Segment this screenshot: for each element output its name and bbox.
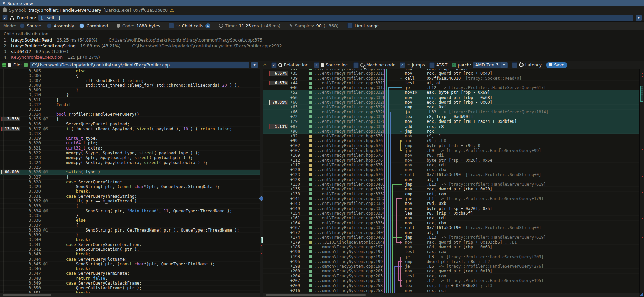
- asm-row[interactable]: +186...ommon\TracySystem.cpp:197movr8d, …: [263, 245, 639, 249]
- collapse-icon[interactable]: ▼: [3, 2, 5, 5]
- source-line[interactable]: 3,336 else: [0, 218, 260, 223]
- asm-source-loc[interactable]: ....31103\include\atomic:1048: [315, 240, 385, 245]
- file-path-select[interactable]: C:\Users\wolf\Desktop\darkrl\contrib\tra…: [30, 62, 249, 68]
- asm-source-loc[interactable]: ...ent\TracyProfiler.cpp:3401: [315, 177, 385, 182]
- asm-row[interactable]: +143...ent\TracyProfiler.cpp:3334movr9d,…: [263, 201, 639, 206]
- source-line[interactable]: 3,347 case ServerQueryTerminate:: [0, 271, 260, 276]
- source-line[interactable]: 3,329 SendString( ptr, (const char*)ptr,…: [0, 184, 260, 189]
- function-select[interactable]: [ - self - ]: [38, 15, 633, 21]
- asm-source-loc[interactable]: ...ommon\TracySystem.cpp:199: [315, 264, 385, 269]
- asm-source-loc[interactable]: ...ent\TracyProfiler.hpp:676: [315, 153, 385, 158]
- relative-loc-checkbox[interactable]: ✓: [271, 62, 277, 68]
- asm-source-loc[interactable]: ...ent\TracyProfiler.cpp:3326: [315, 95, 385, 100]
- radio-combined-label[interactable]: Combined: [86, 23, 108, 28]
- radio-source[interactable]: [20, 23, 25, 28]
- latency-checkbox[interactable]: [512, 62, 517, 68]
- asm-row[interactable]: +79...ent\TracyProfiler.cpp:3326movecx, …: [263, 119, 639, 124]
- asm-row[interactable]: +172...ent\TracyProfiler.cpp:3401moval, …: [263, 230, 639, 235]
- att-toggle[interactable]: AT&T: [429, 62, 448, 68]
- asm-row[interactable]: +195...ommon\TracySystem.cpp:199cmpdword…: [263, 259, 639, 264]
- asm-row[interactable]: +107...ent\TracyProfiler.hpp:676jne.L0 -…: [263, 148, 639, 153]
- asm-source-loc[interactable]: ...ent\TracyProfiler.cpp:3334: [315, 221, 385, 225]
- child-calls-checkbox[interactable]: [169, 23, 174, 28]
- limit-range-checkbox[interactable]: [347, 23, 353, 28]
- child-call-row[interactable]: 1.tracy::Socket::Read25.25 ms (54.89%)C:…: [4, 37, 640, 43]
- radio-source-label[interactable]: Source: [27, 23, 41, 28]
- source-line[interactable]: 3,345@1 SendString( ptr, (const char*)pt…: [0, 262, 260, 266]
- child-call-row[interactable]: 2.tracy::Profiler::SendLongString19.88 m…: [4, 43, 640, 49]
- asm-source-loc[interactable]: ...ommon\TracySystem.cpp:203: [315, 278, 385, 283]
- radio-assembly[interactable]: [47, 23, 52, 28]
- asm-row[interactable]: +66...ent\TracyProfiler.cpp:3326ja.L33 -…: [263, 110, 639, 114]
- asm-source-loc[interactable]: ...ommon\TracySystem.cpp:197: [315, 245, 385, 249]
- source-line[interactable]: 3,343 break;: [0, 252, 260, 256]
- asm-row[interactable]: +193...ommon\TracySystem.cpp:197je.L3 ->…: [263, 254, 639, 259]
- source-hscroll-thumb[interactable]: [3, 294, 51, 296]
- source-line[interactable]: 3,318: [0, 131, 260, 136]
- source-line[interactable]: 3,316 ServerQueryPacket payload;: [0, 122, 260, 126]
- source-line[interactable]: 3,330 break;: [0, 189, 260, 194]
- asm-row[interactable]: +39...ent\TracyProfiler.cpp:3317call0x7f…: [263, 76, 639, 81]
- radio-combined[interactable]: [79, 23, 84, 28]
- asm-row[interactable]: +141...ent\TracyProfiler.cpp:3332jne.L1 …: [263, 196, 639, 201]
- asm-row[interactable]: +130...ent\TracyProfiler.cpp:3401jmp.L13…: [263, 182, 639, 187]
- source-line[interactable]: 3,324 memcpy( &extra, &payload.extra, si…: [0, 160, 260, 165]
- source-line[interactable]: 3,349 case ServerQueryCallstackFrame:: [0, 281, 260, 286]
- child-call-row[interactable]: 4.KeSynchronizeExecution125 μs (0.27%): [4, 54, 640, 60]
- source-vscroll-thumb[interactable]: [261, 237, 263, 243]
- child-calls-label[interactable]: Child calls: [182, 23, 204, 28]
- asm-row[interactable]: +198...ommon\TracySystem.cpp:199je.L6 ->…: [263, 264, 639, 269]
- source-line[interactable]: 3,305 else: [0, 69, 260, 73]
- source-line[interactable]: 3,344 case ServerQueryPlotName:: [0, 257, 260, 262]
- asm-source-loc[interactable]: ...ent\TracyProfiler.hpp:676: [315, 163, 385, 167]
- asm-source-loc[interactable]: ...ent\TracyProfiler.cpp:3332: [315, 187, 385, 191]
- asm-row[interactable]: +123...ent\TracyProfiler.hpp:676call0x7f…: [263, 172, 639, 177]
- source-line[interactable]: 13.33%3,317@5 if( !m_sock->Read( &payloa…: [0, 127, 260, 131]
- source-line[interactable]: 3,332@3 if( ptr == m_mainThread ): [0, 199, 260, 204]
- source-line[interactable]: 3,338@1 SendString( ptr, GetThreadName( …: [0, 228, 260, 233]
- source-line[interactable]: 3,323 memcpy( &ptr, &payload.ptr, sizeof…: [0, 155, 260, 160]
- asm-source-loc[interactable]: ...ent\TracyProfiler.cpp:3317: [315, 71, 385, 76]
- radio-assembly-label[interactable]: Assembly: [54, 23, 74, 28]
- asm-row[interactable]: +52...ent\TracyProfiler.cpp:3326movzxeax…: [263, 90, 639, 95]
- asm-source-loc[interactable]: ...ent\TracyProfiler.cpp:3317: [315, 85, 385, 90]
- source-line[interactable]: 3,348 return false;: [0, 276, 260, 281]
- asm-source-loc[interactable]: ...ent\TracyProfiler.cpp:3317: [315, 76, 385, 81]
- asm-source-loc[interactable]: ...ommon\TracySystem.cpp:199: [315, 259, 385, 264]
- asm-row[interactable]: +109...ent\TracyProfiler.hpp:676movr8, r…: [263, 153, 639, 158]
- source-line[interactable]: 3,306 {: [0, 73, 260, 78]
- latency-toggle[interactable]: Latency: [512, 62, 542, 68]
- asm-source-loc[interactable]: ...ent\TracyProfiler.hpp:676: [315, 172, 385, 177]
- asm-row[interactable]: +120...ent\TracyProfiler.hpp:676movrcx, …: [263, 167, 639, 172]
- source-line[interactable]: 3,333 {: [0, 204, 260, 208]
- asm-row[interactable]: +31...ent\TracyProfiler.cpp:3317leardx, …: [263, 69, 639, 71]
- source-loc-toggle[interactable]: ✓ Source loc.: [314, 62, 349, 68]
- asm-source-loc[interactable]: ...ent\TracyProfiler.cpp:3326: [315, 105, 385, 109]
- asm-row[interactable]: +190...ommon\TracySystem.cpp:197testrax,…: [263, 249, 639, 254]
- asm-row[interactable]: +216...ommon\TracySystem.cpp:258movrcx, …: [263, 288, 639, 293]
- asm-row[interactable]: +209...ommon\TracySystem.cpp:258learsi, …: [263, 283, 639, 288]
- att-checkbox[interactable]: [429, 62, 435, 68]
- asm-row[interactable]: +204...ommon\TracySystem.cpp:203testrax,…: [263, 274, 639, 278]
- file-dropdown-icon[interactable]: ▼: [251, 62, 258, 68]
- expand-up-button[interactable]: ▲: [205, 23, 210, 28]
- source-line[interactable]: 3,313: [0, 107, 260, 112]
- asm-source-loc[interactable]: ...ent\TracyProfiler.cpp:3334: [315, 225, 385, 230]
- asm-row[interactable]: +164...ent\TracyProfiler.cpp:3334movrcx,…: [263, 221, 639, 225]
- asm-row[interactable]: +200...ommon\TracySystem.cpp:203movrax, …: [263, 269, 639, 273]
- asm-row[interactable]: +117...ent\TracyProfiler.hpp:676movrdx, …: [263, 163, 639, 167]
- asm-row[interactable]: +138...ent\TracyProfiler.cpp:3332cmprdi,…: [263, 192, 639, 196]
- asm-row[interactable]: +128...ent\TracyProfiler.cpp:3401moval, …: [263, 177, 639, 182]
- source-line[interactable]: 3,350 QueueCallstackFrame( ptr );: [0, 286, 260, 290]
- source-line[interactable]: 3,308 std::this_thread::sleep_for( std::…: [0, 83, 260, 88]
- asm-source-loc[interactable]: ...ent\TracyProfiler.cpp:3326: [315, 124, 385, 129]
- asm-source-loc[interactable]: ...ent\TracyProfiler.cpp:3326: [315, 90, 385, 95]
- function-checkbox[interactable]: ✓: [2, 15, 8, 20]
- asm-row[interactable]: 1.11%+87...ent\TracyProfiler.cpp:3326add…: [263, 124, 639, 129]
- asm-source-loc[interactable]: ...ommon\TracySystem.cpp:203: [315, 274, 385, 278]
- source-line[interactable]: 3,327 {: [0, 175, 260, 180]
- uarch-select[interactable]: AMD Zen 3 ▼: [473, 62, 508, 68]
- asm-row[interactable]: +149...ent\TracyProfiler.cpp:3334movbyte…: [263, 206, 639, 211]
- jumps-toggle[interactable]: ✓ ↷ Jumps: [400, 62, 425, 68]
- asm-row[interactable]: +99...ent\TracyProfiler.hpp:676incr9 ; .…: [263, 138, 639, 143]
